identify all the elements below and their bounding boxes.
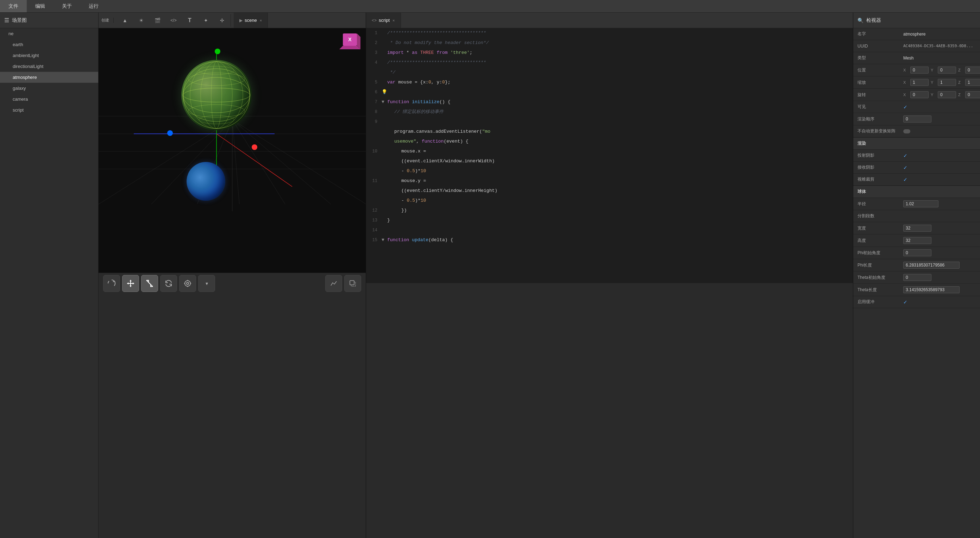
script-empty-area [366, 283, 853, 538]
prop-render-order-row: 渲染顺序 [853, 113, 980, 125]
prop-uuid-row: UUID AC489384-DC35-4AEB-8359-0D8... [853, 40, 980, 52]
scene-tab[interactable]: ▶ scene × [234, 13, 268, 28]
axis-cube: X [337, 32, 362, 56]
scene-tab-close[interactable]: × [260, 18, 262, 22]
buffer-check[interactable]: ✓ [903, 299, 907, 305]
rot-z-input[interactable] [965, 91, 980, 98]
sidebar-item-ne[interactable]: ne [0, 28, 98, 39]
prop-scale-row: 缩放 X Y Z [853, 76, 980, 89]
menu-about[interactable]: 关于 [54, 0, 80, 12]
scale-y-input[interactable] [938, 79, 956, 86]
earth-mini [186, 162, 225, 201]
inspector-header: 🔍 检视器 [853, 13, 980, 28]
create-sparkle-icon[interactable]: ✦ [200, 14, 212, 27]
create-light-icon[interactable]: ☀ [135, 14, 148, 27]
render-order-input[interactable] [903, 116, 931, 123]
create-camera-icon[interactable]: 🎬 [151, 14, 164, 27]
recv-shadow-check[interactable]: ✓ [903, 165, 907, 170]
svg-point-15 [183, 88, 250, 102]
script-tab[interactable]: <> script × [366, 13, 401, 28]
prop-uuid-value: AC489384-DC35-4AEB-8359-0D8... [903, 44, 976, 48]
prop-radius-row: 半径 [853, 198, 980, 210]
create-move-icon[interactable]: ✢ [216, 14, 229, 27]
sidebar-item-atmosphere[interactable]: atmosphere [0, 72, 98, 83]
code-area[interactable]: 1 /*********************************** 2… [366, 28, 853, 283]
hamburger-icon[interactable]: ☰ [4, 17, 9, 24]
scene-viewport[interactable]: X [99, 28, 366, 272]
rot-y-input[interactable] [938, 91, 956, 98]
refresh-tool-btn[interactable] [160, 275, 177, 292]
prop-pos-label: 位置 [858, 67, 903, 73]
z-axis-dot [252, 144, 257, 150]
svg-point-17 [183, 68, 250, 121]
create-label: 创建 [101, 18, 109, 23]
prop-type-label: 类型 [858, 55, 903, 61]
code-line-9-content: _ program.canvas.addEventListener("mo [366, 127, 853, 137]
inspector-panel: 🔍 检视器 名字 atmosphere UUID AC489384-DC35-4… [853, 13, 980, 538]
theta-start-input[interactable] [903, 274, 931, 281]
scale-z-input[interactable] [965, 79, 980, 86]
prop-render-order-value [903, 116, 976, 123]
sidebar-item-script[interactable]: script [0, 105, 98, 116]
wireframe-svg [181, 60, 252, 130]
radius-input[interactable] [903, 201, 939, 207]
scene-tab-icon: ▶ [239, 18, 243, 23]
inspector-title: 检视器 [866, 17, 881, 24]
sidebar-items: ne earth ambientLight directionalLight a… [0, 28, 98, 538]
sidebar-item-camera[interactable]: camera [0, 94, 98, 105]
pos-x-input[interactable] [910, 67, 929, 73]
cube3d-tool-btn[interactable] [344, 275, 361, 292]
script-tab-close[interactable]: × [393, 18, 395, 22]
phi-start-input[interactable] [903, 249, 931, 256]
create-shape-icon[interactable]: ▲ [119, 14, 131, 27]
menu-edit[interactable]: 编辑 [27, 0, 54, 12]
code-line-11c: _ - 0.5)*10 [366, 196, 853, 205]
create-code-icon[interactable]: </> [167, 14, 180, 27]
dropdown-tool-btn[interactable]: ▾ [198, 275, 215, 292]
scale-x-input[interactable] [910, 79, 929, 86]
prop-theta-len-label: Theta长度 [858, 287, 903, 293]
menu-bar: 文件 编辑 关于 运行 [0, 0, 980, 13]
svg-text:X: X [348, 37, 352, 42]
prop-recv-shadow-value: ✓ [903, 165, 976, 170]
code-line-9: 9 [366, 117, 853, 127]
height-input[interactable] [903, 237, 931, 244]
stats-tool-btn[interactable] [325, 275, 342, 292]
rotate-tool-btn[interactable] [103, 275, 120, 292]
svg-point-18 [188, 73, 245, 86]
no-auto-toggle[interactable] [903, 129, 910, 134]
scale-tool-btn[interactable] [141, 275, 158, 292]
visible-check[interactable]: ✓ [903, 104, 907, 110]
search-icon[interactable]: 🔍 [858, 18, 864, 23]
sidebar-item-directionallight[interactable]: directionalLight [0, 61, 98, 72]
menu-run[interactable]: 运行 [80, 0, 107, 12]
sidebar-item-ambientlight[interactable]: ambientLight [0, 50, 98, 61]
theta-len-input[interactable] [903, 286, 959, 293]
code-line-14: 14 [366, 225, 853, 235]
target-tool-btn[interactable] [179, 275, 196, 292]
frustum-check[interactable]: ✓ [903, 177, 907, 182]
prop-cast-shadow-label: 投射阴影 [858, 153, 903, 158]
width-input[interactable] [903, 224, 931, 232]
prop-buffer-value: ✓ [903, 299, 976, 305]
prop-theta-len-value [903, 286, 976, 293]
create-text-icon[interactable]: T [183, 14, 196, 27]
script-tab-icon: <> [372, 18, 377, 23]
svg-rect-36 [350, 281, 354, 285]
prop-name-row: 名字 atmosphere [853, 28, 980, 40]
rot-x-input[interactable] [910, 91, 929, 98]
prop-phi-start-value [903, 249, 976, 256]
code-line-10: 10 mouse.x = [366, 146, 853, 156]
phi-len-input[interactable] [903, 262, 959, 269]
prop-segments-row: 分割段数 [853, 210, 980, 222]
svg-point-31 [186, 282, 189, 285]
sidebar-item-earth[interactable]: earth [0, 39, 98, 50]
pos-y-input[interactable] [938, 67, 956, 73]
pos-z-input[interactable] [965, 67, 980, 73]
sidebar-item-galaxy[interactable]: galaxy [0, 83, 98, 94]
move-tool-btn[interactable] [122, 275, 139, 292]
prop-theta-len-row: Theta长度 [853, 284, 980, 296]
prop-render-order-label: 渲染顺序 [858, 116, 903, 122]
cast-shadow-check[interactable]: ✓ [903, 153, 907, 158]
menu-file[interactable]: 文件 [0, 0, 27, 12]
